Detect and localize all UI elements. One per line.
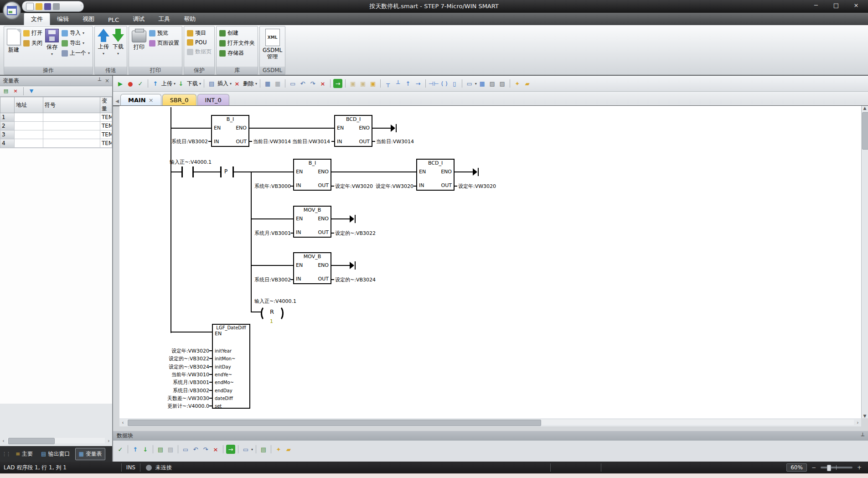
scroll-left-icon[interactable]: ‹ (119, 420, 126, 426)
delete-network-icon[interactable]: × (232, 79, 242, 88)
operand-label[interactable]: 当前年:VW3010 (136, 371, 209, 378)
address-tag-dropdown-icon[interactable]: ▾ (251, 447, 253, 452)
reset-coil[interactable] (274, 306, 284, 321)
tab-view[interactable]: 视图 (76, 13, 101, 25)
tab-debug[interactable]: 调试 (126, 13, 151, 25)
new-button[interactable]: 新建 (7, 28, 21, 54)
operand-label[interactable]: 设定的~:VB3024 (335, 276, 376, 283)
import-button[interactable]: 导入▾ (62, 29, 90, 37)
page-setup-button[interactable]: 页面设置 (149, 39, 179, 47)
tab-tools[interactable]: 工具 (151, 13, 177, 25)
contact-bar[interactable] (181, 166, 183, 177)
ladder-box-mov-b[interactable]: MOV_B EN ENO IN OUT (293, 206, 331, 238)
operand-label[interactable]: 系统日:VB3002 (136, 387, 209, 394)
zoom-in-icon[interactable]: + (857, 464, 862, 471)
delete-row-icon[interactable]: × (12, 88, 19, 95)
col-address[interactable]: 地址 (15, 97, 43, 113)
zoom-slider[interactable] (821, 467, 852, 468)
address-tag-icon[interactable]: ▭ (465, 79, 474, 88)
ladder-box-b-i[interactable]: B_I EN ENO IN OUT (211, 115, 249, 147)
tab-edit[interactable]: 编辑 (50, 13, 76, 25)
reset-coil[interactable] (261, 306, 271, 321)
operand-label[interactable]: 设定的~:VB3022 (136, 355, 209, 362)
close-panel-icon[interactable]: × (105, 78, 109, 84)
undo-icon[interactable]: ↶ (298, 79, 307, 88)
operand-label[interactable]: 天数差~:VW3030 (136, 395, 209, 402)
line-right-icon[interactable]: → (413, 79, 423, 88)
selection-box-icon[interactable]: ▭ (181, 445, 190, 454)
col-vartype[interactable]: 变量 (100, 97, 112, 113)
preview-button[interactable]: 预览 (149, 29, 179, 37)
close-button[interactable]: 关闭 (23, 39, 42, 47)
scroll-thumb[interactable] (862, 112, 868, 150)
delete-element-icon[interactable]: × (318, 79, 327, 88)
bottom-tab-main[interactable]: ≡主要 (13, 448, 36, 460)
export-table-icon[interactable]: ▼ (28, 88, 35, 95)
scroll-right-icon[interactable]: › (105, 438, 112, 444)
download-dropdown-icon[interactable]: ▾ (117, 52, 119, 56)
properties-icon[interactable]: ▰ (523, 79, 532, 88)
operand-label[interactable]: 系统日:VB3002 (140, 138, 208, 145)
previous-button[interactable]: 上一个▾ (62, 49, 90, 57)
operand-label[interactable]: 当前日:VW3014 (376, 138, 414, 145)
insert-box-icon[interactable]: ▯ (450, 79, 459, 88)
download-dropdown-icon[interactable]: ▾ (199, 82, 201, 86)
stop-icon[interactable]: ● (126, 79, 135, 88)
operand-label[interactable]: 系统月:VB3001 (222, 230, 291, 237)
tab-scroll-left-icon[interactable]: ◀ (114, 96, 120, 105)
undo-icon[interactable]: ↶ (191, 445, 200, 454)
download-icon[interactable]: ↓ (176, 79, 186, 88)
table-row[interactable]: 3TEM (0, 130, 112, 139)
zoom-slider-thumb[interactable] (827, 465, 831, 471)
minimize-button[interactable]: ─ (806, 0, 826, 11)
upload-dropdown-icon[interactable]: ▾ (174, 82, 176, 86)
tab-file[interactable]: 文件 (24, 13, 50, 25)
operand-label[interactable]: 设定年:VW3020 (136, 348, 209, 354)
insert-label[interactable]: 插入 (217, 80, 228, 88)
previous-dropdown-icon[interactable]: ▾ (88, 51, 90, 55)
properties-icon[interactable]: ▰ (284, 445, 293, 454)
contact-bar[interactable] (232, 166, 234, 177)
download-label[interactable]: 下载 (187, 80, 198, 88)
scroll-down-icon[interactable]: ▼ (862, 414, 868, 418)
table-row[interactable]: 2TEM (0, 122, 112, 130)
address-tag-icon[interactable]: ▭ (241, 445, 250, 454)
scroll-thumb[interactable] (128, 420, 541, 426)
import-dropdown-icon[interactable]: ▾ (83, 31, 84, 35)
ladder-box-mov-b[interactable]: MOV_B EN ENO IN OUT (293, 252, 331, 284)
ladder-box-b-i[interactable]: B_I EN ENO IN OUT (293, 159, 331, 191)
edit-network-icon[interactable]: ▨ (498, 79, 507, 88)
tab-sbr0[interactable]: SBR_0 (162, 94, 196, 105)
tab-help[interactable]: 帮助 (177, 13, 202, 25)
branch-down-icon[interactable]: ┬ (383, 79, 393, 88)
compile-icon[interactable]: ✓ (116, 445, 125, 454)
lib-open-folder-button[interactable]: 打开文件夹 (219, 39, 255, 47)
edge-contact-p[interactable]: P (224, 168, 227, 175)
key-icon[interactable]: ✦ (513, 79, 522, 88)
zoom-out-icon[interactable]: − (811, 464, 816, 471)
run-icon[interactable]: ▶ (116, 79, 125, 88)
insert-network-icon[interactable]: ▤ (207, 79, 216, 88)
operand-label[interactable]: 系统年:VB3000 (222, 183, 291, 190)
insert-dropdown-icon[interactable]: ▾ (230, 82, 232, 86)
pin-panel-icon[interactable]: ┴ (861, 433, 864, 439)
table-row[interactable]: 1TEM (0, 113, 112, 122)
ladder-canvas[interactable]: 系统日:VB3002 B_I EN ENO IN OUT 当前日:VW3014 … (119, 106, 861, 418)
upload-icon[interactable]: ↑ (151, 79, 160, 88)
pou-navigate-icon[interactable]: ▦ (263, 79, 272, 88)
download-icon[interactable]: ↓ (141, 445, 150, 454)
ladder-box-lgf-datediff[interactable]: LGF_DateDiff EN initYear initMon~ initDa… (212, 324, 250, 409)
export-dropdown-icon[interactable]: ▾ (83, 41, 84, 45)
print-button[interactable]: 打印 (132, 28, 146, 51)
close-tab-icon[interactable]: × (149, 97, 154, 104)
lib-create-button[interactable]: 创建 (219, 29, 255, 37)
bottom-tab-vartable[interactable]: ▦变量表 (75, 448, 105, 460)
operand-label[interactable]: 系统日:VB3002 (222, 276, 291, 283)
delete-dropdown-icon[interactable]: ▾ (255, 82, 257, 86)
operand-label[interactable]: 输入正~:V4000.1 (254, 298, 296, 305)
upload-label[interactable]: 上传 (161, 80, 172, 88)
operand-label[interactable]: 输入正~:V4000.1 (170, 159, 212, 166)
redo-icon[interactable]: ↷ (201, 445, 210, 454)
contact-bar[interactable] (192, 166, 194, 177)
pin-panel-icon[interactable]: ┴ (98, 78, 101, 84)
